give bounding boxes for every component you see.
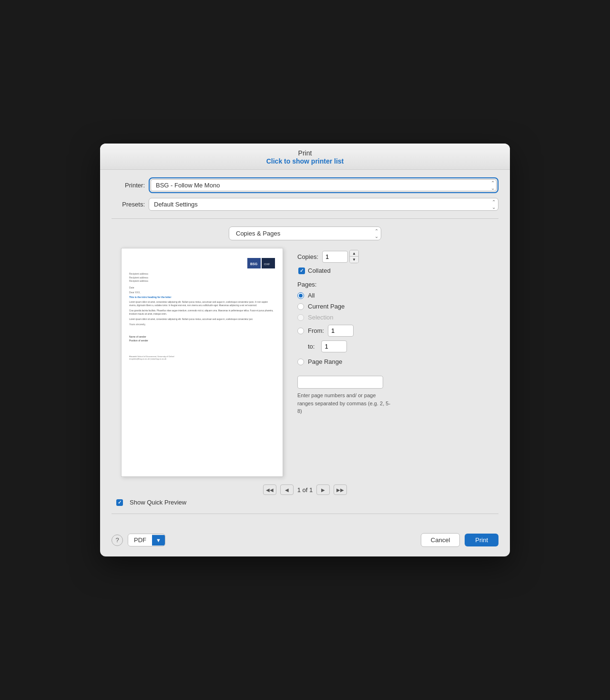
nav-last-button[interactable]: ▶▶ [334,484,347,495]
pages-all-row: All [297,292,494,299]
quick-preview-checkmark-icon: ✓ [118,500,122,505]
collated-checkbox[interactable]: ✓ [298,268,305,274]
page-indicator: 1 of 1 [297,486,313,494]
cancel-button[interactable]: Cancel [421,533,460,547]
pages-selection-row: Selection [297,314,494,321]
pages-current-radio[interactable] [297,303,304,310]
copies-label: Copies: [297,253,318,260]
preview-panel: BSG OXF Recipient ad [116,248,288,477]
preview-logos: BSG OXF [129,258,275,268]
oxford-logo-icon: OXF [262,258,275,268]
pages-range-radio-row: Page Range [297,358,494,365]
pages-label: Pages: [297,281,494,288]
pages-current-label: Current Page [308,303,345,310]
preview-body3: Lorem ipsum dolor sit amet, consectetur … [129,318,275,321]
pdf-group: PDF ▼ [128,534,165,546]
pages-all-radio[interactable] [297,292,304,299]
printer-row: Printer: BSG - Follow Me Mono ⌃⌄ [112,177,498,193]
help-button[interactable]: ? [112,535,123,546]
show-printer-list-link[interactable]: Click to show printer list [266,157,344,165]
preview-dear: Dear XXX, [129,291,275,294]
presets-select[interactable]: Default Settings [149,198,498,211]
preview-sender-position: Position of sender [129,339,275,342]
copies-stepper: ▲ ▼ [349,250,359,263]
preview-heading: This is the intro heading for the letter [129,296,275,299]
printer-label: Printer: [112,182,145,189]
pdf-button[interactable]: PDF [128,534,152,546]
pages-selection-label: Selection [308,314,333,321]
preview-body2: Cras gravida lacinia facilisis. Phasellu… [129,309,275,316]
quick-preview-label: Show Quick Preview [130,499,186,506]
logo-group: BSG OXF [247,258,275,268]
nav-first-button[interactable]: ◀◀ [263,484,276,495]
pages-from-row: From: [297,325,494,337]
pages-from-label: From: [308,327,324,334]
quick-preview-checkbox[interactable]: ✓ [116,499,123,506]
collated-label: Collated [308,267,331,274]
preview-date: Date [129,286,275,289]
pages-radio-group: All Current Page Selection [297,292,494,415]
pages-all-label: All [308,292,315,299]
preview-address: Recipient addressRecipient addressRecipi… [129,272,275,283]
section-dropdown-row: Copies & Pages ⌃⌄ [112,218,498,240]
pages-current-row: Current Page [297,303,494,310]
printer-select-wrapper: BSG - Follow Me Mono ⌃⌄ [149,177,498,193]
title-bar: Print Click to show printer list [100,144,510,170]
print-dialog: Print Click to show printer list Printer… [100,144,510,556]
print-button[interactable]: Print [465,534,498,546]
preview-sender-name: Name of sender [129,335,275,338]
preview-footer-text: Blavatnik School of Government, Universi… [129,355,275,360]
navigation-row: ◀◀ ◀ 1 of 1 ▶ ▶▶ [112,484,498,495]
copies-increment-button[interactable]: ▲ [350,250,358,257]
presets-row: Presets: Default Settings ⌃⌄ [112,198,498,211]
pages-to-label: to: [308,343,315,350]
pages-from-input[interactable] [328,325,354,337]
bottom-bar: ? PDF ▼ Cancel Print [100,525,510,547]
bsg-logo-icon: BSG [247,258,261,268]
nav-next-button[interactable]: ▶ [316,484,330,495]
copies-pages-select[interactable]: Copies & Pages [229,226,381,240]
nav-prev-button[interactable]: ◀ [280,484,294,495]
svg-text:BSG: BSG [250,262,258,266]
page-range-input[interactable] [297,376,383,389]
printer-select[interactable]: BSG - Follow Me Mono [151,179,497,191]
pages-from-radio[interactable] [297,328,304,334]
bottom-divider [112,514,498,514]
copies-row: Copies: ▲ ▼ [297,250,494,263]
pages-range-label: Page Range [308,358,342,365]
collated-row: ✓ Collated [297,267,494,274]
main-content: BSG OXF Recipient ad [112,248,498,477]
pages-range-radio[interactable] [297,359,304,365]
checkmark-icon: ✓ [300,268,304,273]
page-range-row: Page Range Enter page numbers and/ or pa… [297,358,494,415]
page-preview: BSG OXF Recipient ad [121,248,283,477]
copies-pages-wrapper: Copies & Pages ⌃⌄ [229,226,381,240]
settings-panel: Copies: ▲ ▼ ✓ Collated Pages: [297,248,494,477]
copies-input[interactable] [322,251,348,263]
presets-label: Presets: [112,201,145,208]
svg-text:OXF: OXF [264,263,270,266]
dialog-title: Print [108,149,502,157]
preview-closing: Yours sincerely, [129,323,275,326]
pdf-dropdown-button[interactable]: ▼ [152,535,165,546]
pages-selection-radio[interactable] [297,314,304,321]
presets-select-wrapper: Default Settings ⌃⌄ [149,198,498,211]
dialog-body: Printer: BSG - Follow Me Mono ⌃⌄ Presets… [100,170,510,525]
copies-decrement-button[interactable]: ▼ [350,257,358,263]
pages-to-row: to: [297,340,494,352]
pages-to-input[interactable] [321,340,347,352]
quick-preview-row: ✓ Show Quick Preview [116,499,494,506]
preview-body1: Lorem ipsum dolor sit amet, consectetur … [129,300,275,307]
page-range-hint: Enter page numbers and/ or page ranges s… [297,391,393,415]
